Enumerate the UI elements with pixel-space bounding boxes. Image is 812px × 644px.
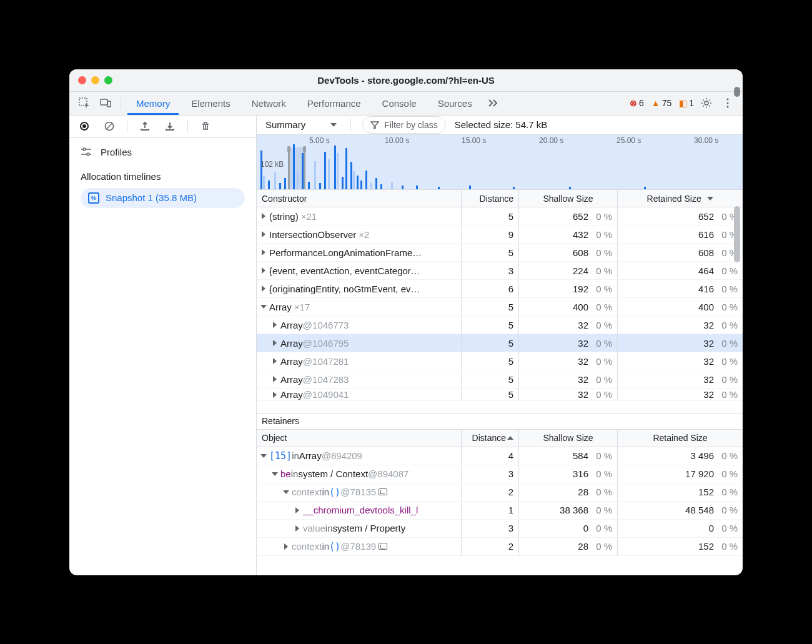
tab-performance[interactable]: Performance — [299, 91, 370, 115]
chevron-down-icon[interactable] — [272, 472, 278, 476]
warning-count[interactable]: ▲75 — [651, 98, 671, 108]
chevron-right-icon[interactable] — [262, 231, 265, 237]
source-link-icon[interactable] — [379, 543, 387, 550]
tab-network[interactable]: Network — [243, 91, 295, 115]
header-constructor[interactable]: Constructor — [257, 190, 462, 207]
error-count[interactable]: ⊗6 — [630, 98, 644, 108]
table-row[interactable]: Array ×1754000 %4000 % — [257, 298, 743, 316]
retainers-pane: Retainers Object Distance Shallow Size R… — [257, 413, 743, 575]
traffic-lights — [78, 76, 112, 84]
table-row[interactable]: Array @10472835320 %320 % — [257, 370, 743, 389]
scrollbar[interactable] — [734, 116, 741, 575]
sliders-icon — [81, 147, 92, 156]
chevron-right-icon[interactable] — [273, 322, 277, 328]
chevron-right-icon[interactable] — [273, 392, 277, 398]
retainers-title: Retainers — [257, 414, 743, 430]
main-area: Summary Filter by class Selected size: 5… — [257, 116, 743, 575]
header-distance[interactable]: Distance — [462, 430, 519, 447]
header-distance[interactable]: Distance — [462, 190, 519, 207]
tab-elements[interactable]: Elements — [182, 91, 239, 115]
close-icon[interactable] — [78, 76, 86, 84]
table-row[interactable]: PerformanceLongAnimationFrame…56080 %608… — [257, 244, 743, 262]
error-count-value: 6 — [639, 98, 644, 108]
titlebar: DevTools - store.google.com/?hl=en-US — [69, 69, 743, 92]
allocation-timelines-group: Allocation timelines — [69, 162, 256, 186]
table-row[interactable]: context in () @781392280 %1520 % — [257, 538, 743, 556]
header-retained[interactable]: Retained Size — [618, 190, 743, 207]
chevron-down-icon — [330, 123, 337, 127]
svg-point-14 — [87, 153, 89, 156]
timeline-chart — [257, 147, 743, 189]
minimize-icon[interactable] — [91, 76, 99, 84]
selected-size-label: Selected size: 54.7 kB — [455, 119, 547, 130]
record-icon[interactable] — [76, 117, 93, 135]
constructor-rows: (string) ×2156520 %6520 %IntersectionObs… — [257, 207, 743, 412]
svg-point-3 — [705, 101, 708, 105]
chevron-right-icon[interactable] — [273, 340, 277, 346]
settings-icon[interactable] — [698, 94, 715, 112]
table-row[interactable]: {event, eventAction, eventCategor…32240 … — [257, 262, 743, 280]
table-row[interactable]: Array @10490415320 %320 % — [257, 389, 743, 401]
svg-line-10 — [107, 124, 112, 129]
chevron-right-icon[interactable] — [284, 543, 288, 550]
tick: 25.00 s — [616, 136, 641, 145]
svg-rect-2 — [107, 101, 111, 107]
issue-count[interactable]: ◧1 — [679, 98, 694, 108]
tab-sources[interactable]: Sources — [429, 91, 481, 115]
table-row[interactable]: be in system / Context @89408733160 %17 … — [257, 465, 743, 483]
allocation-timeline[interactable]: 5.00 s 10.00 s 15.00 s 20.00 s 25.00 s 3… — [257, 135, 743, 190]
snapshot-item[interactable]: Snapshot 1 (35.8 MB) — [81, 188, 245, 208]
header-retained[interactable]: Retained Size — [618, 430, 743, 447]
timeline-ruler: 5.00 s 10.00 s 15.00 s 20.00 s 25.00 s 3… — [257, 135, 743, 147]
chevron-right-icon[interactable] — [295, 525, 299, 532]
devtools-window: DevTools - store.google.com/?hl=en-US Me… — [69, 69, 743, 575]
chevron-right-icon[interactable] — [262, 249, 265, 255]
table-row[interactable]: context in () @781352280 %1520 % — [257, 483, 743, 502]
svg-point-6 — [727, 106, 729, 108]
constructor-headers: Constructor Distance Shallow Size Retain… — [257, 190, 743, 207]
chevron-right-icon[interactable] — [262, 285, 265, 292]
chevron-right-icon[interactable] — [273, 376, 277, 382]
clear-icon[interactable] — [101, 117, 118, 135]
tab-console[interactable]: Console — [374, 91, 425, 115]
filter-input[interactable]: Filter by class — [362, 116, 446, 134]
chevron-right-icon[interactable] — [295, 507, 299, 513]
tab-memory[interactable]: Memory — [127, 91, 179, 115]
table-row[interactable]: Array @10467955320 %320 % — [257, 334, 743, 352]
load-profile-icon[interactable] — [136, 117, 154, 135]
svg-point-5 — [727, 102, 729, 104]
source-link-icon[interactable] — [379, 488, 387, 495]
table-row[interactable]: (string) ×2156520 %6520 % — [257, 207, 743, 225]
table-row[interactable]: IntersectionObserver ×294320 %6160 % — [257, 225, 743, 244]
svg-point-4 — [727, 99, 729, 101]
device-toggle-icon[interactable] — [97, 94, 114, 112]
table-row[interactable]: Array @10467735320 %320 % — [257, 316, 743, 334]
chevron-right-icon[interactable] — [273, 358, 277, 364]
sidebar-toolbar — [69, 116, 256, 138]
profiles-header[interactable]: Profiles — [69, 138, 256, 162]
more-tabs-icon[interactable] — [485, 94, 502, 112]
table-row[interactable]: {originatingEntity, noGtmEvent, ev…61920… — [257, 280, 743, 298]
table-row[interactable]: Array @10472815320 %320 % — [257, 352, 743, 370]
chevron-down-icon[interactable] — [283, 490, 289, 494]
table-row[interactable]: __chromium_devtools_kill_l138 3680 %48 5… — [257, 502, 743, 520]
table-row[interactable]: value in system / Property300 %00 % — [257, 520, 743, 538]
collect-garbage-icon[interactable] — [197, 117, 214, 135]
chevron-right-icon[interactable] — [262, 213, 265, 219]
chevron-down-icon[interactable] — [260, 454, 267, 458]
chevron-down-icon[interactable] — [260, 305, 267, 309]
chevron-right-icon[interactable] — [262, 267, 265, 274]
header-object[interactable]: Object — [257, 430, 462, 447]
zoom-icon[interactable] — [104, 76, 112, 84]
save-profile-icon[interactable] — [161, 117, 179, 135]
divider — [127, 120, 127, 132]
header-shallow[interactable]: Shallow Size — [519, 190, 618, 207]
constructor-table: Constructor Distance Shallow Size Retain… — [257, 190, 743, 412]
tick: 30.00 s — [694, 136, 718, 145]
inspect-element-icon[interactable] — [76, 94, 93, 112]
table-row[interactable]: [15] in Array @89420945840 %3 4960 % — [257, 447, 743, 465]
header-shallow[interactable]: Shallow Size — [519, 430, 618, 447]
profiles-sidebar: Profiles Allocation timelines Snapshot 1… — [69, 116, 257, 575]
view-dropdown[interactable]: Summary — [263, 116, 339, 134]
window-title: DevTools - store.google.com/?hl=en-US — [69, 75, 743, 86]
